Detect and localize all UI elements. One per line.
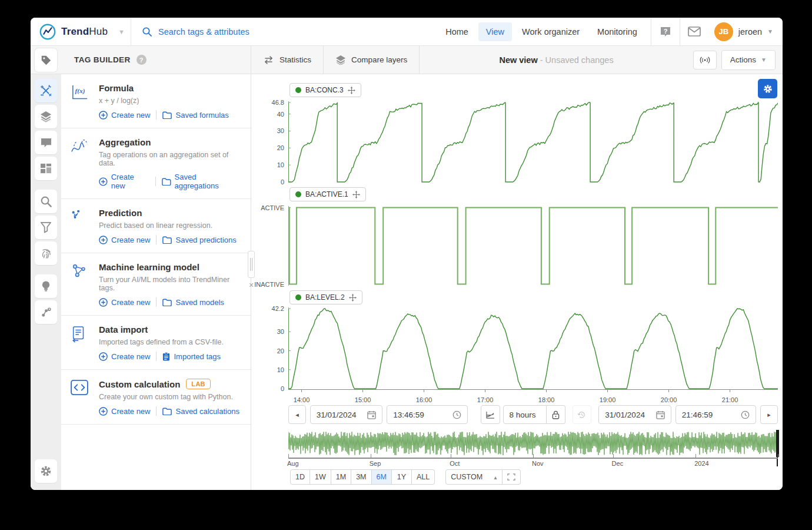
folder-icon [162, 299, 172, 306]
series-chip-active1[interactable]: BA:ACTIVE.1 [289, 187, 366, 201]
y-tick-label: 20 [251, 144, 284, 151]
y-tick-label: 20 [251, 347, 284, 355]
series-tag-label: BA:CONC.3 [305, 86, 344, 94]
search-input[interactable] [158, 27, 358, 37]
card-subtitle: Turn your AI/ML models into TrendMiner t… [99, 276, 241, 292]
user-menu[interactable]: JB jeroen ▼ [708, 22, 783, 41]
time-axis: 14:0015:0016:0017:0018:0019:0020:0021:00 [288, 389, 778, 403]
brand[interactable]: TrendHub ▼ [31, 23, 131, 41]
plus-circle-icon [99, 236, 108, 244]
custom-calculation-icon [71, 379, 91, 416]
tag-panel-toggle[interactable] [31, 46, 61, 74]
tag-builder-operations-icon[interactable] [35, 79, 57, 102]
preset-1y[interactable]: 1Y [392, 469, 412, 485]
formula-icon: f(x) [71, 83, 91, 120]
nav-item-monitoring[interactable]: Monitoring [590, 22, 645, 41]
view-toolbar: TAG BUILDER ? Statistics Compare layers … [31, 46, 783, 74]
trend-plot-level2[interactable] [288, 307, 778, 389]
card-prediction: Prediction Predict based on linear regre… [61, 199, 251, 253]
nav-item-view[interactable]: View [478, 22, 512, 41]
compare-layers-button[interactable]: Compare layers [324, 46, 420, 74]
create-new-link[interactable]: Create new [99, 407, 150, 416]
start-time-input[interactable]: 13:46:59 [387, 405, 467, 424]
trend-plot-conc3[interactable] [288, 101, 778, 183]
search-tool-icon[interactable] [35, 190, 57, 213]
frame-select-icon [507, 473, 515, 481]
statistics-button[interactable]: Statistics [251, 46, 324, 74]
y-tick-label: 30 [251, 328, 284, 335]
panel-help-icon[interactable]: ? [137, 55, 147, 65]
compare-scales-button[interactable] [481, 405, 500, 424]
saved-predictions-link[interactable]: Saved predictions [162, 236, 236, 244]
preset-all[interactable]: ALL [412, 469, 435, 485]
brand-name: TrendHub [61, 26, 108, 38]
create-new-link[interactable]: Create new [99, 173, 149, 190]
overview-strip[interactable] [288, 430, 778, 457]
avatar: JB [714, 22, 733, 41]
folder-icon [162, 111, 172, 119]
lock-duration-button[interactable] [547, 405, 565, 424]
overview-month-label: Oct [450, 460, 460, 467]
saved-aggregations-link[interactable]: Saved aggregations [162, 173, 241, 190]
duration-input[interactable]: 8 hours [503, 405, 547, 424]
help-button[interactable]: ? [651, 18, 680, 46]
y-tick-label: 46.8 [251, 99, 284, 106]
fingerprint-icon[interactable] [35, 241, 57, 265]
create-new-link[interactable]: Create new [99, 236, 150, 244]
trend-plot-active1[interactable] [288, 206, 778, 286]
clock-icon [452, 410, 461, 419]
preset-3m[interactable]: 3M [351, 469, 371, 485]
end-date-input[interactable]: 31/01/2024 [598, 405, 671, 424]
prediction-icon [71, 208, 91, 244]
dashboard-icon[interactable] [35, 157, 57, 180]
card-subtitle: Tag operations on an aggregation set of … [99, 151, 241, 167]
preset-1w[interactable]: 1W [310, 469, 331, 485]
chart-settings-button[interactable] [758, 79, 777, 98]
context-graph-icon[interactable] [35, 300, 57, 324]
create-new-link[interactable]: Create new [99, 298, 150, 307]
imported-tags-link[interactable]: Imported tags [162, 352, 221, 361]
pan-left-button[interactable]: ◂ [288, 405, 306, 424]
preset-1d[interactable]: 1D [290, 469, 310, 485]
start-date-input[interactable]: 31/01/2024 [310, 405, 382, 424]
card-title: Data import [99, 324, 148, 334]
y-tick-label: 10 [251, 366, 284, 373]
panel-title: TAG BUILDER [74, 55, 131, 64]
create-new-link[interactable]: Create new [99, 352, 150, 361]
overview-month-label: Sep [370, 460, 381, 467]
preset-6m[interactable]: 6M [372, 469, 392, 485]
series-chip-conc3[interactable]: BA:CONC.3 [289, 83, 361, 97]
saved-models-link[interactable]: Saved models [162, 298, 224, 307]
brand-caret-icon[interactable]: ▼ [118, 28, 125, 35]
reset-time-button[interactable] [573, 405, 592, 424]
recommendations-icon[interactable] [35, 274, 57, 298]
move-icon [352, 191, 360, 198]
overview-month-tick [533, 454, 534, 458]
filter-icon[interactable] [35, 216, 57, 239]
apply-range-button[interactable] [502, 469, 521, 485]
layers-icon[interactable] [35, 105, 57, 128]
custom-range-button[interactable]: CUSTOM ▴ [445, 469, 502, 485]
actions-button[interactable]: Actions ▼ [721, 50, 776, 70]
comments-icon[interactable] [35, 131, 57, 154]
nav-item-home[interactable]: Home [438, 22, 476, 41]
panel-resize-handle[interactable] [248, 251, 255, 278]
panel-close-button[interactable]: ✕ [248, 281, 255, 289]
pan-right-button[interactable]: ▸ [760, 405, 778, 424]
overview-range-handle[interactable] [776, 430, 779, 457]
series-chip-level2[interactable]: BA:LEVEL.2 [289, 290, 362, 304]
live-mode-button[interactable] [693, 51, 717, 69]
broadcast-icon [700, 56, 710, 64]
series-color-dot [295, 87, 301, 93]
nav-item-work-organizer[interactable]: Work organizer [514, 22, 587, 41]
clipboard-icon [162, 352, 170, 361]
preset-1m[interactable]: 1M [331, 469, 351, 485]
end-time-input[interactable]: 21:46:59 [675, 405, 756, 424]
settings-icon[interactable] [35, 459, 57, 483]
saved-calculations-link[interactable]: Saved calculations [162, 407, 239, 416]
create-new-link[interactable]: Create new [99, 111, 150, 120]
global-search [131, 26, 438, 37]
messages-button[interactable] [680, 18, 708, 46]
saved-formulas-link[interactable]: Saved formulas [162, 111, 228, 120]
series-color-dot [295, 191, 301, 197]
